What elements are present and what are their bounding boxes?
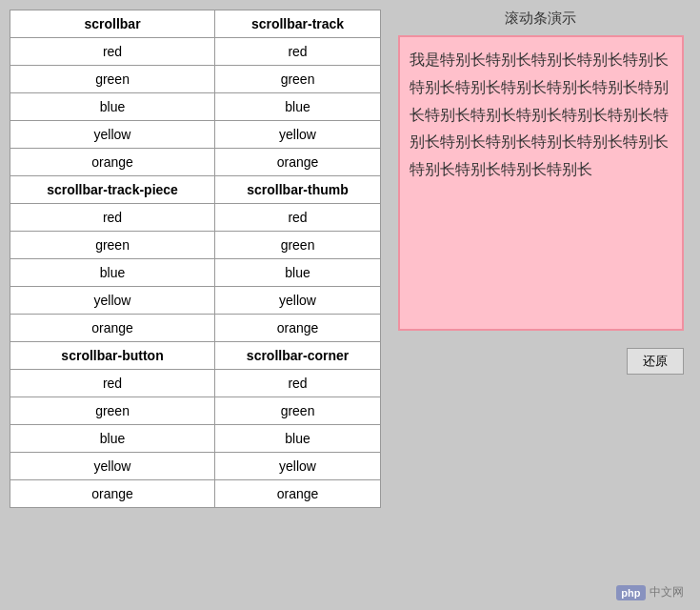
table-row: red red — [10, 38, 381, 66]
table-row: orange orange — [10, 480, 381, 508]
cell-blue-2: blue — [215, 93, 381, 121]
cell-orange-4: orange — [215, 315, 381, 342]
cell-red-3: red — [10, 204, 215, 232]
cell-red-2: red — [215, 38, 381, 66]
php-logo: php 中文网 — [616, 584, 683, 600]
scroll-demo-box[interactable]: 我是特别长特别长特别长特别长特别长特别长特别长特别长特别长特别长特别长特别长特别… — [398, 35, 684, 331]
table-row: yellow yellow — [10, 287, 381, 315]
table-row: green green — [10, 66, 381, 93]
cell-orange-3: orange — [10, 315, 215, 342]
table-row: green green — [10, 232, 381, 259]
table-section: scrollbar scrollbar-track red red green … — [10, 10, 381, 600]
table-row: orange orange — [10, 315, 381, 342]
table-row: blue blue — [10, 425, 381, 453]
cell-red-5: red — [10, 370, 215, 397]
cell-green-2: green — [215, 66, 381, 93]
table-row: yellow yellow — [10, 121, 381, 149]
cell-yellow-6: yellow — [215, 453, 381, 480]
cell-orange-5: orange — [10, 480, 215, 508]
cell-blue-4: blue — [215, 259, 381, 287]
cell-green-3: green — [10, 232, 215, 259]
table-row: blue blue — [10, 259, 381, 287]
php-badge: php — [616, 585, 645, 600]
cell-yellow-4: yellow — [215, 287, 381, 315]
cell-red-1: red — [10, 38, 215, 66]
table-row: green green — [10, 397, 381, 425]
table-header-row-2: scrollbar-track-piece scrollbar-thumb — [10, 176, 381, 204]
col4-header: scrollbar-thumb — [215, 176, 381, 204]
cell-green-6: green — [215, 397, 381, 425]
table-row: blue blue — [10, 93, 381, 121]
cell-blue-5: blue — [10, 425, 215, 453]
col1-header: scrollbar — [10, 10, 215, 38]
cell-green-4: green — [215, 232, 381, 259]
scrollbar-table: scrollbar scrollbar-track red red green … — [10, 10, 381, 508]
table-row: red red — [10, 204, 381, 232]
cell-green-1: green — [10, 66, 215, 93]
table-row: orange orange — [10, 149, 381, 176]
reset-button[interactable]: 还原 — [627, 348, 684, 375]
demo-title: 滚动条演示 — [505, 10, 576, 28]
table-header-row-3: scrollbar-button scrollbar-corner — [10, 342, 381, 370]
col3-header: scrollbar-track-piece — [10, 176, 215, 204]
cell-orange-6: orange — [215, 480, 381, 508]
cell-blue-1: blue — [10, 93, 215, 121]
cell-red-6: red — [215, 370, 381, 397]
cell-blue-6: blue — [215, 425, 381, 453]
cell-blue-3: blue — [10, 259, 215, 287]
col2-header: scrollbar-track — [215, 10, 381, 38]
scroll-text: 我是特别长特别长特别长特别长特别长特别长特别长特别长特别长特别长特别长特别长特别… — [410, 51, 669, 177]
cell-yellow-3: yellow — [10, 287, 215, 315]
cell-yellow-1: yellow — [10, 121, 215, 149]
table-header-row-1: scrollbar scrollbar-track — [10, 10, 381, 38]
col5-header: scrollbar-button — [10, 342, 215, 370]
php-site-name: 中文网 — [650, 584, 684, 600]
table-row: red red — [10, 370, 381, 397]
right-section: 滚动条演示 我是特别长特别长特别长特别长特别长特别长特别长特别长特别长特别长特别… — [390, 10, 690, 600]
cell-green-5: green — [10, 397, 215, 425]
cell-orange-1: orange — [10, 149, 215, 176]
table-row: yellow yellow — [10, 453, 381, 480]
cell-orange-2: orange — [215, 149, 381, 176]
cell-yellow-5: yellow — [10, 453, 215, 480]
col6-header: scrollbar-corner — [215, 342, 381, 370]
cell-red-4: red — [215, 204, 381, 232]
cell-yellow-2: yellow — [215, 121, 381, 149]
